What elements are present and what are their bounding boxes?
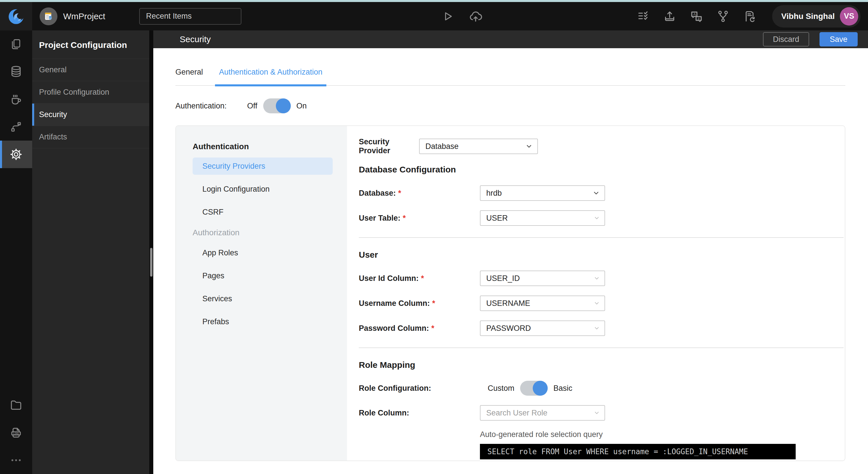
java-services-icon — [9, 93, 23, 106]
user-id-column-row: User Id Column:* USER_ID — [359, 271, 845, 286]
wavemaker-logo[interactable] — [0, 2, 32, 30]
database-configuration-title: Database Configuration — [359, 165, 845, 175]
svg-text:a: a — [698, 17, 700, 21]
nav-item-app-roles[interactable]: App Roles — [193, 244, 333, 261]
svg-text:LOG: LOG — [13, 432, 19, 435]
role-selection-query: SELECT role FROM User WHERE username = :… — [480, 444, 796, 460]
user-menu[interactable]: Vibhu Singhal VS — [772, 5, 861, 28]
sidebar-title: Project Configuration — [32, 30, 149, 59]
user-name: Vibhu Singhal — [781, 12, 835, 21]
user-avatar: VS — [840, 7, 858, 26]
play-icon[interactable] — [441, 10, 454, 23]
rail-item-database[interactable] — [0, 58, 32, 86]
main-header: Security Discard Save — [153, 30, 868, 48]
chevron-down-icon — [593, 275, 600, 282]
database-row: Database:* hrdb — [359, 185, 845, 201]
authentication-label: Authentication: — [175, 102, 247, 110]
project-config-sidebar: Project Configuration General Profile Co… — [32, 30, 149, 474]
role-configuration-toggle[interactable] — [520, 381, 548, 396]
save-button[interactable]: Save — [819, 32, 858, 46]
topbar: WmProject Recent Items — [0, 2, 868, 30]
project-name: WmProject — [63, 11, 105, 21]
rail-item-more[interactable] — [0, 446, 32, 474]
wavemaker-logo-icon — [7, 7, 25, 25]
user-table-label: User Table:* — [359, 214, 480, 223]
user-id-column-select[interactable]: USER_ID — [480, 271, 605, 286]
section-divider — [359, 347, 844, 348]
nav-item-login-configuration[interactable]: Login Configuration — [193, 181, 333, 198]
rail-item-settings[interactable] — [0, 140, 32, 168]
svg-text:A: A — [693, 12, 696, 16]
sidebar-item-artifacts[interactable]: Artifacts — [32, 126, 149, 148]
folder-icon — [9, 399, 23, 412]
security-tabs: General Authentication & Authorization — [175, 68, 845, 86]
sidebar-item-security[interactable]: Security — [32, 103, 149, 126]
rail-item-files[interactable] — [0, 391, 32, 419]
required-marker: * — [431, 324, 435, 333]
role-configuration-toggle-group: Custom Basic — [488, 381, 572, 396]
sidebar-item-profile-configuration[interactable]: Profile Configuration — [32, 81, 149, 103]
role-query-caption: Auto-generated role selection query — [480, 430, 845, 439]
authentication-toggle-row: Authentication: Off On — [175, 98, 845, 113]
security-provider-form: Security Provider Database Database Conf… — [347, 126, 845, 461]
authentication-toggle[interactable] — [263, 98, 291, 113]
checklist-icon[interactable] — [637, 10, 650, 23]
tab-authentication-authorization[interactable]: Authentication & Authorization — [219, 68, 322, 85]
git-branch-icon[interactable] — [716, 10, 730, 23]
nav-item-prefabs[interactable]: Prefabs — [193, 313, 333, 330]
deploy-cloud-icon[interactable] — [468, 9, 483, 24]
project-switcher[interactable]: WmProject — [40, 7, 105, 25]
logs-icon: LOG — [9, 426, 23, 439]
role-configuration-row: Role Configuration: Custom Basic — [359, 381, 845, 396]
sidebar-item-general[interactable]: General — [32, 59, 149, 81]
translate-icon[interactable]: A a — [689, 9, 703, 23]
password-column-row: Password Column:* PASSWORD — [359, 320, 845, 336]
user-table-select[interactable]: USER — [480, 210, 605, 226]
rail-spacer — [0, 168, 32, 391]
chevron-down-icon — [593, 409, 600, 417]
topbar-right-actions: A a Vibhu Singhal VS — [637, 2, 868, 30]
username-column-select[interactable]: USERNAME — [480, 295, 605, 311]
header-actions: Discard Save — [763, 32, 858, 46]
pages-icon — [10, 38, 22, 51]
nav-item-csrf[interactable]: CSRF — [193, 203, 333, 221]
left-icon-rail: LOG — [0, 30, 32, 474]
nav-item-services[interactable]: Services — [193, 290, 333, 307]
auth-config-panel: Authentication Security Providers Login … — [175, 125, 845, 461]
security-content: General Authentication & Authorization A… — [153, 68, 868, 461]
security-provider-select[interactable]: Database — [419, 138, 538, 154]
rail-item-orchestration[interactable] — [0, 113, 32, 140]
rail-item-java-services[interactable] — [0, 86, 32, 113]
sidebar-scrollbar — [149, 30, 153, 474]
required-marker: * — [421, 274, 424, 283]
password-column-label: Password Column:* — [359, 324, 480, 333]
database-select[interactable]: hrdb — [480, 185, 605, 201]
export-icon[interactable] — [663, 10, 676, 23]
page-title: Security — [180, 34, 211, 44]
username-column-row: Username Column:* USERNAME — [359, 295, 845, 311]
scrollbar-thumb[interactable] — [150, 248, 152, 277]
password-column-select[interactable]: PASSWORD — [480, 320, 605, 336]
user-id-column-label: User Id Column:* — [359, 274, 480, 283]
toggle-custom-label: Custom — [488, 384, 515, 393]
orchestration-icon — [10, 121, 22, 133]
required-marker: * — [403, 214, 406, 222]
tab-general[interactable]: General — [175, 68, 203, 85]
database-icon — [9, 65, 23, 78]
nav-item-security-providers[interactable]: Security Providers — [193, 158, 333, 175]
role-column-row: Role Column: Search User Role — [359, 405, 845, 421]
chevron-down-icon — [525, 142, 533, 151]
rail-item-logs[interactable]: LOG — [0, 419, 32, 446]
required-marker: * — [432, 299, 435, 308]
chevron-down-icon — [593, 299, 600, 307]
security-provider-row: Security Provider Database — [359, 137, 845, 155]
file-sync-icon[interactable] — [743, 10, 756, 23]
user-section-title: User — [359, 250, 845, 260]
role-column-select[interactable]: Search User Role — [480, 405, 605, 421]
run-actions — [441, 2, 483, 30]
discard-button[interactable]: Discard — [763, 32, 809, 46]
nav-heading-authorization: Authorization — [193, 228, 347, 237]
recent-items-box[interactable]: Recent Items — [139, 8, 241, 25]
rail-item-pages[interactable] — [0, 30, 32, 58]
nav-item-pages[interactable]: Pages — [193, 267, 333, 284]
